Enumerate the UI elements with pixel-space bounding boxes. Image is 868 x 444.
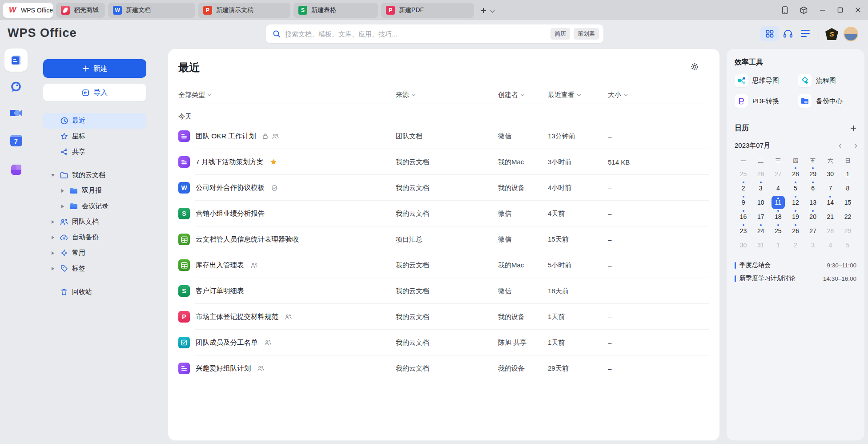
tab-list-chevron[interactable] bbox=[491, 6, 494, 14]
calendar-day[interactable]: 30 bbox=[822, 167, 839, 181]
sidebar-item-recent[interactable]: 最近 bbox=[43, 113, 146, 129]
user-avatar[interactable] bbox=[844, 27, 858, 41]
support-headset-button[interactable] bbox=[783, 28, 793, 39]
calendar-day[interactable]: 4 bbox=[822, 238, 839, 252]
list-settings-gear-icon[interactable] bbox=[690, 62, 699, 71]
tab-new-presentation[interactable]: P 新建演示文稿 bbox=[198, 3, 290, 18]
new-tab-button[interactable]: + bbox=[481, 6, 486, 16]
calendar-day[interactable]: 21 bbox=[822, 210, 839, 224]
global-search-bar[interactable]: 简历 策划案 bbox=[266, 24, 603, 43]
calendar-day[interactable]: 7 bbox=[822, 181, 839, 195]
workspace-box-icon[interactable] bbox=[800, 6, 808, 14]
sidebar-item-tags[interactable]: 标签 bbox=[43, 261, 146, 276]
sidebar-item-shared[interactable]: 共享 bbox=[43, 144, 146, 160]
hot-tag-plan[interactable]: 策划案 bbox=[574, 28, 599, 40]
tool-backup-center[interactable]: 备份中心 bbox=[798, 94, 856, 108]
filter-type[interactable]: 全部类型 bbox=[178, 91, 396, 99]
calendar-day[interactable]: 8 bbox=[839, 181, 856, 195]
event-item[interactable]: 季度总结会 9:30–11:00 bbox=[735, 258, 856, 272]
calendar-day[interactable]: 29 bbox=[804, 167, 822, 181]
calendar-day[interactable]: 14 bbox=[822, 195, 839, 210]
calendar-day[interactable]: 5 bbox=[839, 238, 856, 252]
filter-creator[interactable]: 创建者 bbox=[498, 91, 548, 99]
calendar-day[interactable]: 10 bbox=[752, 195, 769, 210]
calendar-prev-button[interactable] bbox=[839, 144, 843, 147]
file-row[interactable]: 团队 OKR 工作计划 团队文档 微信 13分钟前 – bbox=[178, 123, 709, 149]
calendar-day[interactable]: 3 bbox=[752, 181, 769, 195]
calendar-day[interactable]: 24 bbox=[752, 224, 769, 238]
tool-flowchart[interactable]: 流程图 bbox=[798, 74, 856, 87]
member-badge[interactable]: S bbox=[825, 28, 838, 40]
tab-new-pdf[interactable]: P 新建PDF bbox=[381, 3, 474, 18]
calendar-day[interactable]: 26 bbox=[787, 224, 804, 238]
close-button[interactable] bbox=[855, 7, 861, 13]
calendar-day[interactable]: 26 bbox=[752, 167, 769, 181]
calendar-day[interactable]: 17 bbox=[752, 210, 769, 224]
rail-apps[interactable] bbox=[0, 164, 32, 176]
tab-new-document[interactable]: W 新建文档 bbox=[108, 3, 195, 18]
file-row[interactable]: 7 月线下活动策划方案 我的云文档 我的Mac 3小时前 514 KB bbox=[178, 149, 709, 175]
calendar-day-selected[interactable]: 11 bbox=[769, 195, 787, 210]
mobile-link-icon[interactable] bbox=[782, 6, 788, 14]
import-button[interactable]: 导入 bbox=[43, 84, 146, 101]
tab-wps-office[interactable]: W WPS Office bbox=[3, 3, 53, 18]
event-item[interactable]: 新季度学习计划讨论 14:30–16:00 bbox=[735, 272, 856, 285]
calendar-day[interactable]: 27 bbox=[769, 167, 787, 181]
calendar-day[interactable]: 16 bbox=[735, 210, 752, 224]
calendar-day[interactable]: 30 bbox=[735, 238, 752, 252]
rail-documents-active[interactable] bbox=[4, 48, 28, 72]
calendar-day[interactable]: 5 bbox=[787, 181, 804, 195]
sidebar-item-team-docs[interactable]: 团队文档 bbox=[43, 214, 146, 230]
sidebar-item-frequent[interactable]: 常用 bbox=[43, 245, 146, 261]
calendar-day[interactable]: 28 bbox=[787, 167, 804, 181]
calendar-day[interactable]: 3 bbox=[804, 238, 822, 252]
calendar-day[interactable]: 31 bbox=[752, 238, 769, 252]
file-row[interactable]: S 营销小组业绩分析报告 我的云文档 微信 4天前 – bbox=[178, 201, 709, 226]
sidebar-item-bimonthly-report[interactable]: 双月报 bbox=[43, 183, 146, 198]
filter-viewed[interactable]: 最近查看 bbox=[548, 91, 608, 99]
tab-new-spreadsheet[interactable]: S 新建表格 bbox=[293, 3, 378, 18]
calendar-day[interactable]: 1 bbox=[769, 238, 787, 252]
calendar-day[interactable]: 18 bbox=[769, 210, 787, 224]
calendar-day[interactable]: 2 bbox=[787, 238, 804, 252]
main-menu-button[interactable] bbox=[801, 30, 810, 37]
calendar-day[interactable]: 4 bbox=[769, 181, 787, 195]
file-row[interactable]: W 公司对外合作协议模板 我的云文档 我的设备 4小时前 – bbox=[178, 175, 709, 201]
file-row[interactable]: 云文档管人员信息统计表理器验收 项目汇总 微信 15天前 – bbox=[178, 226, 709, 252]
tool-mindmap[interactable]: 思维导图 bbox=[735, 74, 798, 87]
calendar-day[interactable]: 29 bbox=[839, 224, 856, 238]
calendar-day[interactable]: 22 bbox=[839, 210, 856, 224]
rail-chat[interactable] bbox=[0, 81, 32, 93]
file-row[interactable]: 兴趣爱好组队计划 我的云文档 我的设备 29天前 – bbox=[178, 355, 709, 381]
calendar-day[interactable]: 28 bbox=[822, 224, 839, 238]
calendar-day[interactable]: 13 bbox=[804, 195, 822, 210]
calendar-day[interactable]: 23 bbox=[735, 224, 752, 238]
sidebar-item-my-cloud-docs[interactable]: 我的云文档 bbox=[43, 167, 146, 183]
sidebar-item-auto-backup[interactable]: 自动备份 bbox=[43, 230, 146, 245]
hot-tag-resume[interactable]: 简历 bbox=[551, 28, 570, 40]
apps-grid-button[interactable] bbox=[760, 26, 779, 41]
file-row[interactable]: 团队成员及分工名单 我的云文档 陈旭 共享 1天前 – bbox=[178, 330, 709, 355]
file-row[interactable]: S 客户订单明细表 我的云文档 微信 18天前 – bbox=[178, 278, 709, 304]
sidebar-item-trash[interactable]: 回收站 bbox=[43, 284, 146, 300]
rail-meeting[interactable] bbox=[0, 107, 32, 119]
calendar-day[interactable]: 6 bbox=[804, 181, 822, 195]
search-input[interactable] bbox=[285, 30, 547, 38]
add-event-button[interactable]: + bbox=[850, 123, 856, 133]
filter-size[interactable]: 大小 bbox=[608, 91, 709, 99]
calendar-day[interactable]: 25 bbox=[769, 224, 787, 238]
calendar-day[interactable]: 19 bbox=[787, 210, 804, 224]
calendar-day[interactable]: 25 bbox=[735, 167, 752, 181]
filter-source[interactable]: 来源 bbox=[396, 91, 498, 99]
new-document-button[interactable]: 新建 bbox=[43, 59, 146, 78]
calendar-day[interactable]: 2 bbox=[735, 181, 752, 195]
calendar-day[interactable]: 1 bbox=[839, 167, 856, 181]
sidebar-item-meeting-notes[interactable]: 会议记录 bbox=[43, 198, 146, 214]
file-row[interactable]: 库存出入管理表 我的云文档 我的Mac 5小时前 – bbox=[178, 252, 709, 278]
calendar-day[interactable]: 12 bbox=[787, 195, 804, 210]
maximize-button[interactable] bbox=[837, 7, 843, 13]
file-row[interactable]: P 市场主体登记提交材料规范 我的云文档 我的设备 1天前 – bbox=[178, 304, 709, 330]
sidebar-item-starred[interactable]: 星标 bbox=[43, 129, 146, 144]
tab-docer-store[interactable]: 稻壳商城 bbox=[56, 3, 105, 18]
minimize-button[interactable] bbox=[820, 7, 825, 13]
